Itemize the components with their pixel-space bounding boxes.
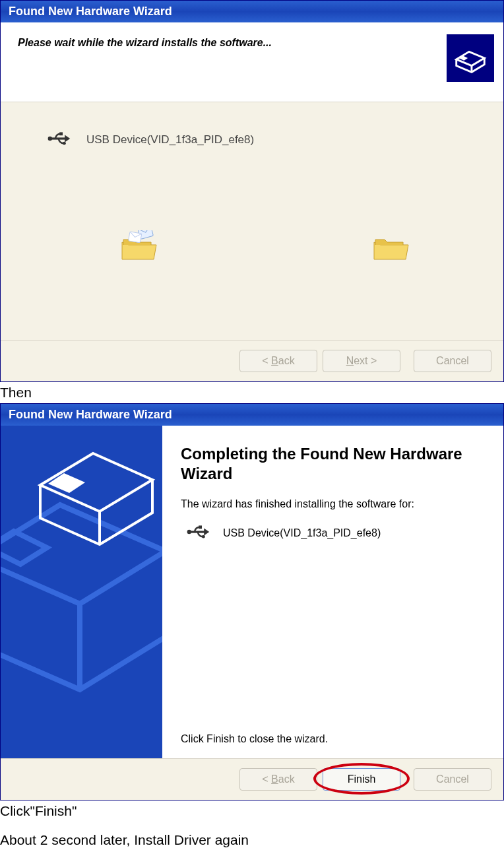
completion-heading: Completing the Found New Hardware Wizard [181, 444, 489, 484]
destination-folder-icon [371, 230, 411, 266]
right-panel: Completing the Found New Hardware Wizard… [162, 426, 503, 758]
cancel-button: Cancel [414, 768, 491, 791]
back-button: < Back [239, 350, 317, 372]
caption-then: Then [0, 383, 504, 403]
folders-row [47, 230, 490, 266]
button-bar: < Back Finish Cancel [1, 758, 503, 800]
back-button: < Back [239, 768, 317, 791]
source-folder-icon [119, 230, 159, 266]
hardware-icon [447, 34, 494, 82]
title-bar: Found New Hardware Wizard [1, 404, 503, 426]
usb-icon [186, 522, 212, 544]
caption-click-finish: Click"Finish" [0, 802, 504, 822]
wizard-complete-dialog: Found New Hardware Wizard [0, 403, 504, 800]
next-button: Next > [323, 350, 400, 372]
finish-button[interactable]: Finish [323, 768, 400, 791]
cancel-button: Cancel [414, 350, 491, 372]
completion-text: The wizard has finished installing the s… [181, 498, 489, 510]
window-title: Found New Hardware Wizard [9, 5, 172, 18]
svg-point-10 [202, 535, 205, 538]
button-bar: < Back Next > Cancel [1, 340, 503, 381]
window-title: Found New Hardware Wizard [9, 408, 172, 421]
svg-rect-6 [1, 426, 162, 756]
side-graphic [1, 426, 162, 758]
content-panel: USB Device(VID_1f3a_PID_efe8) [1, 102, 503, 340]
device-row: USB Device(VID_1f3a_PID_efe8) [186, 522, 489, 544]
caption-install-again: About 2 second later, Install Driver aga… [0, 831, 504, 848]
header-text: Please wait while the wizard installs th… [18, 34, 272, 49]
device-name: USB Device(VID_1f3a_PID_efe8) [86, 133, 254, 147]
close-instruction: Click Finish to close the wizard. [181, 614, 489, 745]
svg-rect-9 [199, 525, 202, 529]
title-bar: Found New Hardware Wizard [1, 1, 503, 22]
device-row: USB Device(VID_1f3a_PID_efe8) [47, 129, 490, 151]
device-name: USB Device(VID_1f3a_PID_efe8) [223, 527, 381, 539]
svg-point-3 [63, 142, 66, 145]
dialog-body: Completing the Found New Hardware Wizard… [1, 426, 503, 758]
svg-rect-2 [59, 132, 63, 135]
usb-icon [47, 129, 73, 151]
header-panel: Please wait while the wizard installs th… [1, 22, 503, 102]
wizard-install-dialog: Found New Hardware Wizard Please wait wh… [0, 0, 504, 382]
